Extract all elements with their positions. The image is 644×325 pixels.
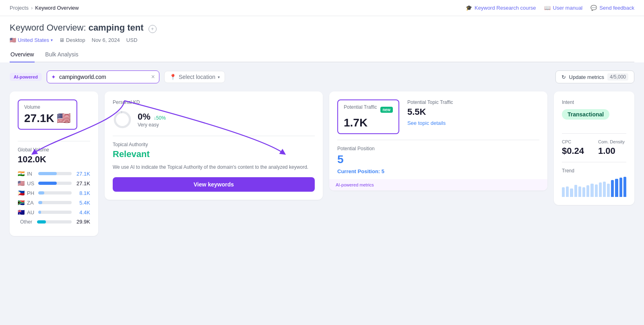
cpc-block: CPC $0.24 (562, 139, 590, 156)
country-row-ph: 🇵🇭 PH 8.1K (18, 190, 90, 196)
location-icon: 📍 (169, 74, 176, 80)
location-chevron-icon: ▾ (218, 75, 220, 79)
send-feedback-link[interactable]: 💬 Send feedback (590, 5, 634, 11)
country-selector[interactable]: 🇺🇸 United States ▾ (10, 37, 53, 43)
global-vol-value: 102.0K (18, 154, 90, 165)
svg-point-0 (115, 112, 130, 127)
update-metrics-button[interactable]: ↻ Update metrics 4/5,000 (555, 70, 634, 83)
trend-bar (615, 179, 618, 197)
chat-icon: 💬 (590, 5, 597, 11)
breadcrumb: Projects › Keyword Overview (10, 5, 79, 11)
location-select[interactable]: 📍 Select location ▾ (164, 71, 225, 83)
volume-box: Volume 27.1K 🇺🇸 (18, 99, 77, 130)
trend-bar (590, 184, 593, 197)
refresh-icon: ↻ (561, 74, 566, 80)
trend-bar (619, 178, 622, 197)
us-flag-small: 🇺🇸 (57, 112, 71, 125)
trend-bar (566, 186, 569, 197)
trend-label: Trend (562, 168, 626, 174)
tab-overview[interactable]: Overview (10, 48, 35, 62)
traffic-card: Potential Traffic new 1.7K Potential Top… (329, 91, 547, 190)
trend-bar (603, 182, 606, 197)
topic-traffic-value: 5.5K (407, 107, 539, 117)
country-row-us: 🇺🇸 US 27.1K (18, 180, 90, 186)
flag-za: 🇿🇦 (18, 199, 25, 206)
graduation-cap-icon: 🎓 (466, 5, 472, 11)
traffic-value: 1.7K (344, 116, 393, 129)
flag-au: 🇦🇺 (18, 209, 25, 215)
intent-badge: Transactional (562, 109, 609, 120)
ai-badge: AI-powered (10, 73, 42, 81)
user-manual-link[interactable]: 📖 User manual (544, 5, 583, 11)
trend-chart (562, 177, 626, 197)
flag-in: 🇮🇳 (18, 170, 25, 177)
breadcrumb-current: Keyword Overview (35, 5, 78, 11)
trend-bar (562, 187, 565, 197)
keyword-course-link[interactable]: 🎓 Keyword Research course (466, 5, 536, 11)
page-title: Keyword Overview: camping tent + (10, 23, 634, 33)
book-icon: 📖 (544, 5, 551, 11)
page-header: Keyword Overview: camping tent + 🇺🇸 Unit… (0, 16, 644, 62)
metrics-row: CPC $0.24 Com. Density 1.00 (562, 139, 626, 156)
volume-card: Volume 27.1K 🇺🇸 Global Volume 102.0K 🇮🇳 … (10, 91, 98, 236)
current-pos: Current Position: 5 (337, 168, 539, 174)
country-row-au: 🇦🇺 AU 4.4K (18, 209, 90, 215)
update-count: 4/5,000 (607, 73, 628, 81)
density-value: 1.00 (598, 146, 626, 156)
desktop-icon: 🖥 (59, 37, 64, 43)
volume-value: 27.1K 🇺🇸 (24, 112, 71, 125)
sparkle-icon: ✦ (51, 74, 56, 80)
domain-input-wrap[interactable]: ✦ × (47, 70, 159, 83)
trend-bar (582, 187, 585, 197)
cpc-value: $0.24 (562, 146, 590, 156)
trend-bar (599, 182, 602, 197)
kd-percent: 0% (138, 112, 151, 122)
country-row-za: 🇿🇦 ZA 5.4K (18, 199, 90, 206)
clear-domain-button[interactable]: × (151, 73, 155, 81)
trend-bar (607, 184, 610, 197)
top-links: 🎓 Keyword Research course 📖 User manual … (466, 5, 634, 11)
traffic-box: Potential Traffic new 1.7K (337, 99, 399, 134)
potential-traffic-label: Potential Traffic (344, 104, 377, 110)
pos-value: 5 (337, 153, 539, 166)
new-badge: new (380, 107, 393, 113)
traffic-label-row: Potential Traffic new (344, 104, 393, 115)
donut-chart (113, 110, 132, 129)
add-keyword-button[interactable]: + (149, 25, 157, 33)
cpc-label: CPC (562, 139, 590, 144)
kd-change: ↓50% (154, 115, 166, 121)
country-row-other: Other 29.9K (18, 219, 90, 225)
domain-input[interactable] (59, 74, 148, 80)
trend-bar (611, 180, 614, 197)
traffic-top: Potential Traffic new 1.7K Potential Top… (337, 99, 539, 134)
meta-row: 🇺🇸 United States ▾ 🖥 Desktop Nov 6, 2024… (10, 37, 634, 43)
country-list: 🇮🇳 IN 27.1K 🇺🇸 US 27.1K 🇵🇭 PH 8.1K (18, 170, 90, 225)
country-row-in: 🇮🇳 IN 27.1K (18, 170, 90, 177)
kd-ease: Very easy (138, 122, 166, 128)
density-label: Com. Density (598, 139, 626, 144)
us-flag-icon: 🇺🇸 (10, 37, 16, 43)
trend-bar (623, 177, 626, 197)
trend-bar (595, 184, 598, 197)
see-topic-details-link[interactable]: See topic details (407, 120, 446, 126)
tabs: Overview Bulk Analysis (10, 48, 634, 62)
device-selector[interactable]: 🖥 Desktop (59, 37, 85, 43)
kd-row: 0% ↓50% Very easy (113, 110, 315, 129)
view-keywords-button[interactable]: View keywords (113, 177, 315, 192)
cards-row: Volume 27.1K 🇺🇸 Global Volume 102.0K 🇮🇳 … (10, 91, 634, 236)
breadcrumb-projects[interactable]: Projects (10, 5, 29, 11)
volume-label: Volume (24, 104, 71, 110)
density-block: Com. Density 1.00 (598, 139, 626, 156)
chevron-down-icon: ▾ (51, 38, 53, 42)
top-nav: Projects › Keyword Overview 🎓 Keyword Re… (0, 0, 644, 16)
currency-label: USD (126, 37, 137, 43)
kd-card: Personal KD 0% ↓50% Very easy Topical Au… (105, 91, 323, 200)
topic-traffic-label: Potential Topic Traffic (407, 99, 539, 105)
trend-bar (578, 186, 581, 197)
intent-card: Intent Transactional CPC $0.24 Com. Dens… (554, 91, 634, 205)
toolbar: AI-powered ✦ × 📍 Select location ▾ ↻ Upd… (10, 70, 634, 83)
trend-bar (570, 188, 573, 197)
tab-bulk-analysis[interactable]: Bulk Analysis (44, 48, 79, 62)
trend-bar (574, 185, 577, 197)
pos-label: Potential Position (337, 146, 539, 151)
